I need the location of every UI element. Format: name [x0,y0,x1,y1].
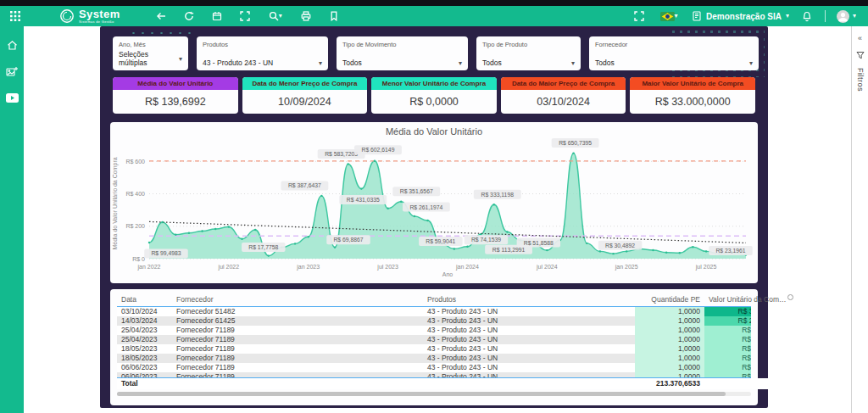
kpi-maior-valor: Maior Valor Unitário de Compra R$ 33.000… [630,77,755,114]
cell-qtd: 1,0000 [635,363,704,372]
cell-produto: 43 - Produto 243 - UN [423,363,635,372]
table-row[interactable]: 25/04/2023Fornecedor 7118943 - Produto 2… [117,326,751,335]
notifications-icon[interactable] [800,9,814,23]
avatar [837,10,849,23]
cell-produto: 43 - Produto 243 - UN [423,344,635,354]
slicer-selected-value: Todos [482,59,502,67]
kpi-data-maior-preco: Data do Maior Preço de Compra 03/10/2024 [501,77,626,114]
chevron-down-icon: ▾ [179,55,182,63]
slicer-dropdown[interactable]: Todos ▾ [595,59,753,67]
language-selector[interactable]: ▾ [657,9,681,23]
cell-data: 18/05/2023 [117,344,172,354]
refresh-icon[interactable] [182,9,196,23]
table-row[interactable]: 18/05/2023Fornecedor 7118943 - Produto 2… [117,344,751,354]
slicer-dropdown[interactable]: 43 - Produto 243 - UN ▾ [203,59,322,67]
decor-dots-left [129,31,193,36]
slicer-label: Ano, Mês [119,41,182,48]
table-row[interactable]: 06/06/2023Fornecedor 7118943 - Produto 2… [117,372,751,378]
cell-fornecedor: Fornecedor 71189 [172,354,423,363]
table-row[interactable]: 06/06/2023Fornecedor 7118943 - Produto 2… [117,363,751,372]
svg-text:jul 2024: jul 2024 [536,264,558,271]
cell-valor: R$ 7.500,0000 [704,335,751,344]
table-row[interactable]: 14/03/2024Fornecedor 6142543 - Produto 2… [117,316,751,326]
column-header-data[interactable]: Data [117,293,172,306]
logo-icon [59,8,75,24]
data-label: R$ 387,6437 [281,181,328,190]
chevron-down-icon: ▾ [571,59,575,67]
slicer-tipo-movimento: Tipo de Movimento Todos ▾ [337,36,468,70]
chevron-down-icon: ▾ [459,59,462,67]
cell-fornecedor: Fornecedor 61425 [172,316,423,326]
data-label: R$ 351,6567 [392,187,440,196]
user-caret-icon: ▾ [853,13,856,20]
slicer-ano-mes: Ano, Mês Seleções múltiplas ▾ [113,36,188,70]
filter-icon[interactable] [856,51,865,59]
print-icon[interactable] [299,9,313,23]
collapse-icon[interactable]: « [858,35,862,42]
slicer-dropdown[interactable]: Todos ▾ [482,59,575,67]
table-row[interactable]: 18/05/2023Fornecedor 7118943 - Produto 2… [117,354,751,363]
column-header-qtd[interactable]: Quantidade PE [635,293,704,306]
calendar-icon[interactable] [210,9,224,23]
fullscreen-icon[interactable] [632,9,646,23]
search-icon[interactable]: ▾ [266,9,285,23]
apps-grid-icon[interactable] [8,9,22,23]
cell-fornecedor: Fornecedor 71189 [172,335,423,344]
data-label: R$ 74,1539 [465,235,509,244]
main-area: Ano, Mês Seleções múltiplas ▾ Produtos 4… [24,26,868,413]
svg-text:R$ 261,1974: R$ 261,1974 [409,204,442,210]
user-menu[interactable]: ▾ [837,9,856,23]
cell-qtd: 1,0000 [635,344,704,354]
sidebar [0,26,24,413]
sidebar-item-reports[interactable] [6,66,19,77]
kpi-title: Maior Valor Unitário de Compra [630,77,755,90]
cell-valor: R$ 33.000,0000 [704,307,751,316]
horizontal-scrollbar-thumb[interactable] [117,392,726,396]
workspace-caret-icon: ▾ [786,13,789,20]
workspace-selector[interactable]: Demonstração SIA ▾ [692,9,789,23]
app-logo[interactable]: System Sistemas de Gestão [59,8,120,24]
kpi-title: Data do Maior Preço de Compra [501,77,626,90]
table-card: DataFornecedorProdutosQuantidade PEValor… [110,289,758,405]
slicer-label: Produtos [203,41,322,48]
area-chart[interactable]: R$ 0R$ 200R$ 400R$ 600jan 2022jul 2022ja… [110,137,758,279]
table-total: Total 213.370,6533 [117,378,793,389]
table-header: DataFornecedorProdutosQuantidade PEValor… [117,293,751,307]
bookmark-icon[interactable] [327,9,341,23]
svg-text:R$ 333,1198: R$ 333,1198 [481,192,515,198]
svg-text:R$ 17,7758: R$ 17,7758 [248,244,278,250]
column-header-produto[interactable]: Produtos [423,293,635,306]
svg-text:R$ 400: R$ 400 [125,191,145,197]
cell-valor: R$ 7.500,0000 [704,344,751,354]
logo-subtext: Sistemas de Gestão [79,20,120,24]
table-row[interactable]: 03/10/2024Fornecedor 5148243 - Produto 2… [117,307,751,316]
data-label: R$ 59,9041 [419,237,463,246]
total-quantidade: 213.370,6533 [635,378,704,389]
data-label: R$ 431,0335 [339,195,387,204]
slicer-selected-value: 43 - Produto 243 - UN [203,59,273,67]
cell-data: 06/06/2023 [117,372,172,378]
svg-text:R$ 59,9041: R$ 59,9041 [426,238,455,244]
sidebar-item-videos[interactable] [6,92,19,103]
data-label: R$ 602,6149 [354,145,402,154]
data-label: R$ 69,8867 [326,235,370,244]
back-icon[interactable] [154,9,168,23]
slicer-dropdown[interactable]: Seleções múltiplas ▾ [119,50,182,67]
sidebar-item-home[interactable] [6,40,19,51]
kpi-title: Data do Menor Preço de Compra [242,77,368,90]
svg-text:R$ 51,8588: R$ 51,8588 [524,240,554,246]
cell-fornecedor: Fornecedor 51482 [172,307,423,316]
svg-text:R$ 431,0335: R$ 431,0335 [347,197,380,203]
table-row[interactable]: 25/04/2023Fornecedor 7118943 - Produto 2… [117,335,751,344]
column-header-fornecedor[interactable]: Fornecedor [172,293,423,306]
slicer-dropdown[interactable]: Todos ▾ [342,59,462,67]
svg-text:R$ 69,8867: R$ 69,8867 [333,237,363,243]
kpi-data-menor-preco: Data do Menor Preço de Compra 10/09/2024 [242,77,368,114]
data-label: R$ 51,8588 [517,238,561,248]
cell-fornecedor: Fornecedor 71189 [172,344,423,354]
cell-qtd: 1,0000 [635,307,704,316]
svg-text:R$ 600: R$ 600 [125,159,145,165]
column-header-valor[interactable]: Valor Unitário da Compra▼ [704,293,793,306]
workspace-label: Demonstração SIA [706,12,782,21]
fit-screen-icon[interactable] [238,9,252,23]
